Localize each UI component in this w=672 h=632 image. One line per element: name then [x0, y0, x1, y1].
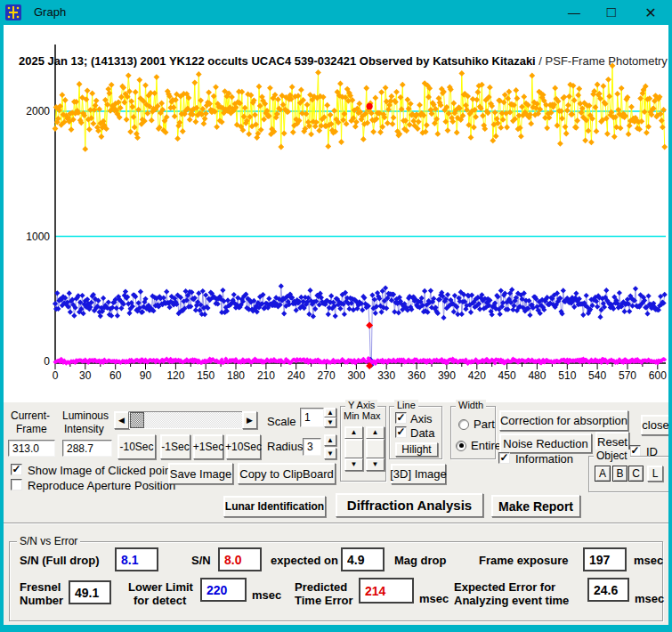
snr-input[interactable]	[218, 547, 262, 571]
lower-limit-label-line2: for detect	[134, 594, 186, 607]
show-image-label: Show Image of Clicked point	[28, 464, 174, 477]
expected-error-input[interactable]	[587, 578, 629, 602]
radius-down-button[interactable]: ▼	[324, 448, 336, 459]
msec-label-3: msec	[419, 592, 449, 605]
ymin-slider-button[interactable]	[344, 439, 363, 458]
plus-1sec-button[interactable]: +1Sec	[193, 434, 223, 459]
light-curve-plot[interactable]: 0306090120150180210240270300330360390420…	[4, 25, 668, 402]
snr-full-drop-input[interactable]	[115, 547, 158, 571]
ymax-up-button[interactable]: ▲	[366, 426, 385, 439]
hilight-button[interactable]: Hilight	[395, 442, 438, 457]
svg-text:510: 510	[558, 369, 576, 382]
save-image-button[interactable]: Save Image	[168, 463, 233, 484]
close-graph-button[interactable]: close	[641, 415, 670, 435]
svg-text:90: 90	[140, 369, 152, 382]
minimize-button[interactable]: —	[561, 3, 587, 22]
lunar-identification-button[interactable]: Lunar Identification	[223, 496, 326, 517]
noise-reduction-button[interactable]: Noise Reduction	[499, 433, 592, 453]
3d-image-button[interactable]: [3D] Image	[391, 464, 446, 484]
luminous-label-line1: Luminous	[62, 409, 109, 422]
object-a-button[interactable]: A	[595, 466, 611, 482]
line-data-checkbox[interactable]: ✓ Data	[395, 426, 434, 440]
svg-text:300: 300	[347, 369, 365, 382]
msec-label-1: msec	[634, 554, 663, 567]
snr-full-drop-label: S/N (Full drop)	[20, 554, 100, 567]
radio-circle	[458, 419, 469, 430]
svg-text:30: 30	[79, 369, 92, 382]
svg-text:390: 390	[438, 369, 456, 382]
predicted-label-line2: Time Error	[295, 594, 353, 607]
object-c-button[interactable]: C	[628, 466, 644, 482]
ymax-slider-button[interactable]	[366, 439, 385, 458]
luminous-label-line2: Intensity	[64, 423, 104, 435]
lower-limit-input[interactable]	[200, 578, 247, 602]
snr-label: S/N	[191, 554, 211, 567]
control-panel: Current- Frame Luminous Intensity ◀ ▶ Sc…	[4, 402, 668, 523]
reproduce-aperture-checkbox[interactable]: ✓ Reproduce Aperture Position	[11, 479, 175, 492]
up-arrow-icon: ▲	[372, 429, 379, 436]
diffraction-analysis-button[interactable]: Diffraction Analysis	[336, 493, 483, 517]
ymax-down-button[interactable]: ▼	[366, 458, 385, 471]
minus-1sec-button[interactable]: -1Sec	[160, 434, 190, 459]
show-image-checkbox[interactable]: ✓ Show Image of Clicked point	[11, 464, 174, 477]
maximize-button[interactable]: □	[598, 3, 625, 22]
checkbox-box: ✓	[498, 452, 510, 464]
svg-text:540: 540	[588, 369, 606, 382]
svg-text:360: 360	[408, 369, 425, 382]
scrollbar-track[interactable]	[129, 411, 242, 429]
scrollbar-thumb[interactable]	[130, 412, 144, 428]
scale-up-button[interactable]: ▲	[324, 408, 336, 417]
svg-text:270: 270	[318, 369, 336, 382]
svg-text:210: 210	[257, 369, 275, 382]
mag-drop-input[interactable]	[341, 547, 385, 571]
width-part-radio[interactable]: Part	[458, 417, 495, 431]
svg-text:480: 480	[528, 369, 546, 382]
copy-to-clipboard-button[interactable]: Copy to ClipBoard	[238, 463, 336, 484]
scroll-right-button[interactable]: ▶	[242, 411, 257, 429]
fresnel-number-input[interactable]	[69, 580, 111, 604]
minus-10sec-button[interactable]: -10Sec	[117, 434, 156, 459]
scale-input[interactable]	[300, 408, 324, 427]
snr-error-group: S/N vs Error S/N (Full drop) S/N expecte…	[9, 541, 663, 621]
frame-scrollbar[interactable]: ◀ ▶	[114, 411, 257, 429]
make-report-button[interactable]: Make Report	[491, 495, 580, 517]
line-axis-checkbox[interactable]: ✓ Axis	[395, 412, 433, 425]
radius-input[interactable]	[303, 438, 321, 456]
current-frame-label-line2: Frame	[16, 423, 47, 435]
min-max-label: Min Max	[344, 410, 381, 421]
frame-exposure-input[interactable]	[583, 547, 627, 571]
ymin-up-button[interactable]: ▲	[344, 426, 363, 439]
app-icon	[5, 4, 21, 20]
msec-label-4: msec	[635, 592, 664, 605]
close-window-button[interactable]: ✕	[637, 3, 664, 22]
luminous-intensity-input[interactable]	[62, 440, 112, 457]
current-frame-input[interactable]	[8, 440, 55, 457]
right-arrow-icon: ▶	[247, 417, 253, 425]
predicted-time-error-input[interactable]	[359, 578, 414, 604]
svg-text:180: 180	[227, 369, 245, 382]
scale-down-button[interactable]: ▼	[324, 417, 336, 427]
line-group-title: Line	[394, 400, 418, 410]
title-bar: Graph — □ ✕	[0, 0, 672, 25]
y-axis-group-title: Y Axis	[345, 400, 377, 410]
width-group: Width Part Entire	[450, 406, 496, 459]
object-b-button[interactable]: B	[612, 466, 627, 482]
current-frame-label-line1: Current-	[11, 409, 50, 422]
check-icon: ✓	[499, 453, 508, 462]
left-arrow-icon: ◀	[118, 417, 125, 425]
radio-circle	[456, 441, 466, 451]
checkbox-box: ✓	[395, 426, 407, 438]
chart-panel: 2025 Jan 13; (141313) 2001 YK122 occults…	[4, 25, 668, 402]
information-checkbox[interactable]: ✓ Information	[498, 452, 573, 466]
fresnel-label-line2: Number	[20, 594, 63, 607]
radius-up-button[interactable]: ▲	[324, 434, 336, 446]
correction-absorption-button[interactable]: Correction for absorption	[499, 410, 628, 431]
width-entire-radio[interactable]: Entire	[456, 439, 501, 452]
width-part-label: Part	[474, 417, 495, 431]
ymin-down-button[interactable]: ▼	[344, 458, 363, 471]
plus-10sec-button[interactable]: +10Sec	[226, 434, 261, 459]
checkbox-box: ✓	[11, 479, 22, 490]
scroll-left-button[interactable]: ◀	[114, 411, 129, 429]
object-l-button[interactable]: L	[647, 466, 663, 482]
up-arrow-icon: ▲	[327, 437, 334, 444]
